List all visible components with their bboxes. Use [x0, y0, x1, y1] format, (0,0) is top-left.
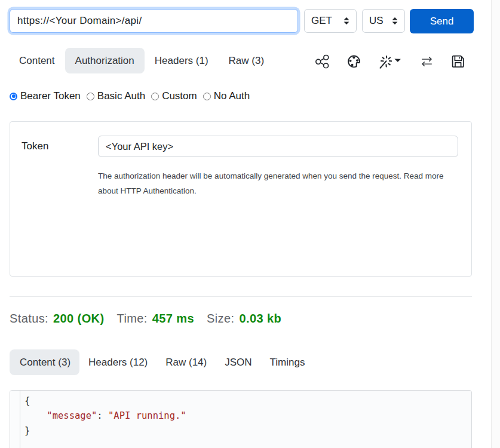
size-value: 0.03 kb [239, 312, 281, 326]
radio-unselected-icon[interactable] [151, 93, 159, 100]
radio-label: Basic Auth [97, 90, 145, 102]
magic-wand-icon[interactable] [379, 54, 401, 68]
share-icon[interactable] [315, 54, 329, 67]
token-row: Token [22, 136, 458, 157]
tab-headers[interactable]: Headers (1) [145, 48, 219, 73]
resp-tab-timings[interactable]: Timings [261, 349, 314, 375]
radio-bearer-token[interactable]: Bearer Token [10, 90, 81, 102]
json-value: "API running." [108, 410, 186, 421]
palette-icon[interactable] [346, 53, 361, 68]
method-select[interactable]: GET [304, 9, 357, 33]
swap-arrows-icon[interactable] [422, 56, 432, 66]
token-input[interactable] [98, 136, 458, 157]
json-indent [24, 410, 47, 421]
toolbar-icons [315, 53, 465, 68]
region-select-value: US [369, 15, 384, 27]
response-body: { "message": "API running." } [10, 390, 472, 448]
auth-type-options: Bearer Token Basic Auth Custom No Auth [10, 90, 472, 102]
radio-no-auth[interactable]: No Auth [203, 90, 250, 102]
main-content: GET US Send Content Authorization Header… [0, 0, 491, 448]
radio-basic-auth[interactable]: Basic Auth [87, 90, 145, 102]
auth-panel: Token The authorization header will be a… [10, 121, 472, 277]
region-select[interactable]: US [362, 9, 405, 33]
method-select-value: GET [311, 15, 332, 27]
radio-label: Bearer Token [20, 90, 81, 102]
status-label: Status: [10, 312, 48, 326]
response-json[interactable]: { "message": "API running." } [20, 391, 186, 448]
tab-authorization[interactable]: Authorization [65, 48, 145, 73]
json-key: "message" [47, 410, 97, 421]
radio-label: Custom [162, 90, 197, 102]
resp-tab-content[interactable]: Content (3) [10, 349, 79, 375]
request-tabs: Content Authorization Headers (1) Raw (3… [10, 48, 472, 73]
json-open-brace: { [24, 395, 30, 406]
radio-selected-icon[interactable] [10, 93, 17, 100]
time-label: Time: [117, 312, 148, 326]
json-colon: : [97, 410, 108, 421]
size-label: Size: [207, 312, 234, 326]
url-input[interactable] [10, 9, 298, 33]
radio-unselected-icon[interactable] [203, 93, 211, 100]
time-group: Time: 457 ms [117, 312, 195, 326]
radio-custom[interactable]: Custom [151, 90, 197, 102]
resp-tab-json[interactable]: JSON [216, 349, 260, 375]
time-value: 457 ms [152, 312, 194, 326]
code-gutter [10, 391, 20, 448]
select-updown-icon [392, 17, 398, 25]
status-value: 200 (OK) [53, 312, 104, 326]
status-group: Status: 200 (OK) [10, 312, 105, 326]
section-divider [10, 296, 472, 297]
resp-tab-headers[interactable]: Headers (12) [79, 349, 157, 375]
status-bar: Status: 200 (OK) Time: 457 ms Size: 0.03… [10, 312, 472, 326]
tab-content[interactable]: Content [10, 48, 65, 73]
send-button[interactable]: Send [410, 9, 474, 33]
token-label: Token [22, 140, 98, 152]
tab-raw[interactable]: Raw (3) [219, 48, 275, 73]
request-bar: GET US Send [10, 9, 474, 33]
save-icon[interactable] [451, 54, 465, 68]
size-group: Size: 0.03 kb [207, 312, 281, 326]
radio-label: No Auth [214, 90, 250, 102]
app-window: GET US Send Content Authorization Header… [0, 0, 500, 448]
select-updown-icon [343, 17, 349, 25]
response-tabs: Content (3) Headers (12) Raw (14) JSON T… [10, 349, 472, 375]
resp-tab-raw[interactable]: Raw (14) [157, 349, 216, 375]
vertical-scrollbar[interactable] [491, 0, 500, 448]
json-close-brace: } [24, 425, 30, 436]
token-help-text: The authorization header will be automat… [98, 168, 450, 198]
radio-unselected-icon[interactable] [87, 93, 94, 100]
